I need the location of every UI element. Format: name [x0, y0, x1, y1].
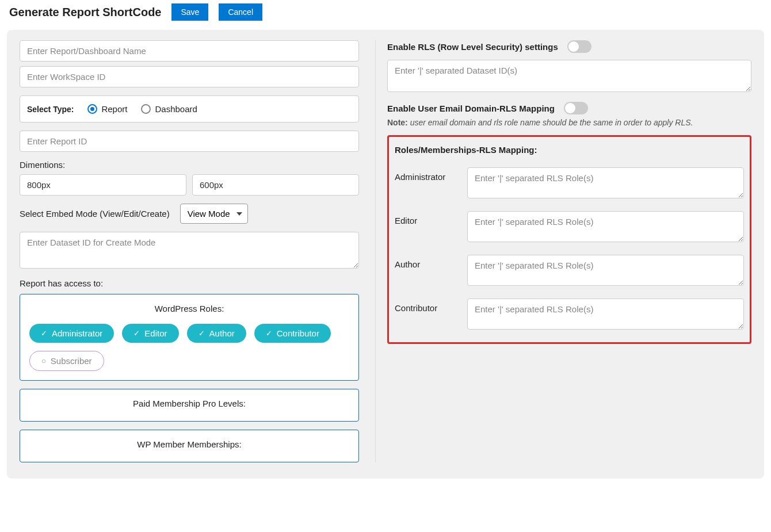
rls-role-label: Administrator	[395, 167, 458, 182]
access-label: Report has access to:	[20, 278, 359, 288]
rls-role-label: Contributor	[395, 298, 458, 313]
save-button[interactable]: Save	[171, 3, 208, 21]
pmp-levels-box: Paid Membership Pro Levels:	[20, 389, 359, 422]
type-label: Select Type:	[27, 105, 74, 114]
type-report-label: Report	[101, 104, 127, 114]
domain-rls-toggle[interactable]	[564, 102, 588, 114]
role-chip-editor[interactable]: ✓ Editor	[122, 324, 178, 343]
radio-empty-icon	[141, 104, 151, 114]
check-icon: ✓	[133, 329, 140, 338]
role-chip-author[interactable]: ✓ Author	[187, 324, 246, 343]
rls-map-row-administrator: Administrator	[395, 167, 744, 198]
rls-role-label: Editor	[395, 211, 458, 225]
rls-role-input-author[interactable]	[467, 255, 744, 286]
rls-role-input-editor[interactable]	[467, 211, 744, 242]
type-option-report[interactable]: Report	[87, 104, 127, 114]
page-title: Generate Report ShortCode	[9, 6, 161, 19]
create-dataset-id-input[interactable]	[20, 232, 359, 269]
type-option-dashboard[interactable]: Dashboard	[141, 104, 197, 114]
chip-label: Subscriber	[51, 356, 92, 366]
embed-mode-label: Select Embed Mode (View/Edit/Create)	[20, 209, 170, 219]
rls-dataset-ids-input[interactable]	[387, 60, 751, 92]
embed-mode-select[interactable]: View Mode	[180, 204, 248, 224]
type-selector: Select Type: Report Dashboard	[20, 95, 359, 123]
role-chip-administrator[interactable]: ✓ Administrator	[29, 324, 114, 343]
check-icon: ✓	[266, 329, 272, 338]
workspace-id-input[interactable]	[20, 66, 359, 87]
rls-role-label: Author	[395, 255, 458, 269]
check-icon: ✓	[199, 329, 205, 338]
domain-rls-label: Enable User Email Domain-RLS Mapping	[387, 104, 555, 113]
wp-member-box: WP Member Memberships:	[20, 430, 359, 462]
rls-map-row-contributor: Contributor	[395, 298, 744, 330]
report-name-input[interactable]	[20, 40, 359, 62]
wordpress-roles-title: WordPress Roles:	[29, 304, 349, 313]
roles-rls-mapping-box: Roles/Memberships-RLS Mapping: Administr…	[387, 135, 751, 344]
wordpress-roles-box: WordPress Roles: ✓ Administrator ✓ Edito…	[20, 294, 359, 381]
rls-map-row-editor: Editor	[395, 211, 744, 242]
chip-label: Editor	[144, 328, 167, 338]
chip-label: Administrator	[52, 328, 102, 338]
roles-rls-mapping-title: Roles/Memberships-RLS Mapping:	[395, 145, 744, 155]
pmp-levels-title: Paid Membership Pro Levels:	[29, 399, 349, 408]
chip-label: Author	[209, 328, 235, 338]
radio-selected-icon	[87, 104, 97, 114]
width-input[interactable]	[20, 174, 186, 196]
domain-rls-note: Note: user email domain and rls role nam…	[387, 118, 751, 127]
rls-role-input-contributor[interactable]	[467, 298, 744, 330]
type-dashboard-label: Dashboard	[155, 104, 197, 114]
wp-member-title: WP Member Memberships:	[29, 439, 349, 449]
cancel-button[interactable]: Cancel	[219, 3, 262, 21]
role-chip-subscriber[interactable]: ○ Subscriber	[29, 351, 104, 371]
circle-icon: ○	[41, 357, 46, 365]
rls-enable-toggle[interactable]	[567, 40, 591, 53]
role-chip-contributor[interactable]: ✓ Contributor	[254, 324, 331, 343]
rls-map-row-author: Author	[395, 255, 744, 286]
height-input[interactable]	[192, 174, 359, 196]
rls-enable-label: Enable RLS (Row Level Security) settings	[387, 42, 558, 52]
report-id-input[interactable]	[20, 131, 359, 152]
dimensions-label: Dimentions:	[20, 160, 359, 170]
rls-role-input-administrator[interactable]	[467, 167, 744, 198]
check-icon: ✓	[41, 329, 47, 338]
chip-label: Contributor	[277, 328, 319, 338]
